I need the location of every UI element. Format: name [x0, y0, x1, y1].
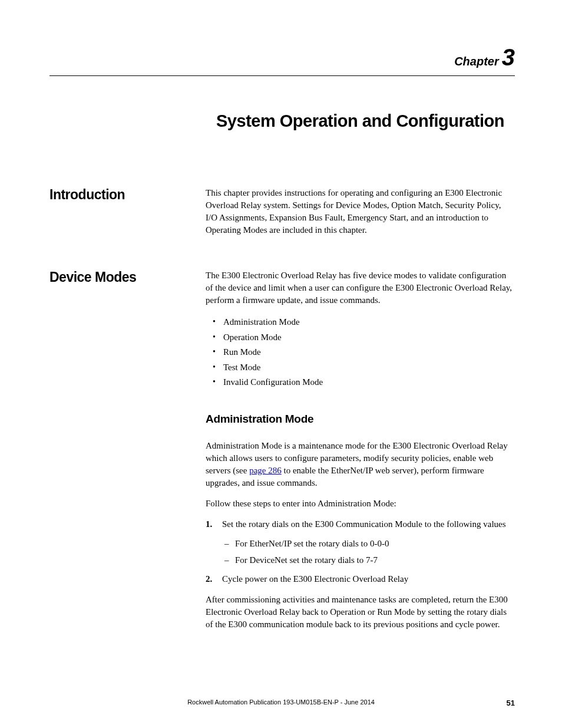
- step-item: 2. Cycle power on the E300 Electronic Ov…: [222, 573, 515, 585]
- steps-list: 1. Set the rotary dials on the E300 Comm…: [206, 518, 515, 585]
- subheading-administration-mode: Administration Mode: [206, 411, 515, 427]
- step-sublist: For EtherNet/IP set the rotary dials to …: [222, 536, 515, 567]
- section-body-device-modes: The E300 Electronic Overload Relay has f…: [206, 269, 515, 639]
- section-body-introduction: This chapter provides instructions for o…: [206, 187, 515, 245]
- step-text: Set the rotary dials on the E300 Communi…: [222, 519, 506, 529]
- step-number: 1.: [206, 518, 212, 531]
- introduction-paragraph: This chapter provides instructions for o…: [206, 187, 515, 236]
- admin-mode-paragraph-3: After commissioning activities and maint…: [206, 594, 515, 631]
- section-heading-device-modes: Device Modes: [49, 269, 206, 639]
- chapter-header: Chapter3: [49, 44, 515, 71]
- page-footer: Rockwell Automation Publication 193-UM01…: [0, 699, 562, 706]
- list-item: Run Mode: [223, 345, 515, 360]
- page-link[interactable]: page 286: [249, 466, 282, 475]
- device-modes-intro: The E300 Electronic Overload Relay has f…: [206, 269, 515, 307]
- page-number: 51: [507, 699, 515, 707]
- list-item: Administration Mode: [223, 315, 515, 330]
- substep-item: For DeviceNet set the rotary dials to 7-…: [235, 553, 515, 567]
- section-heading-introduction: Introduction: [49, 187, 206, 245]
- header-divider: [49, 75, 515, 76]
- section-device-modes: Device Modes The E300 Electronic Overloa…: [49, 269, 515, 639]
- substep-item: For EtherNet/IP set the rotary dials to …: [235, 536, 515, 551]
- page-title: System Operation and Configuration: [206, 111, 515, 131]
- section-introduction: Introduction This chapter provides instr…: [49, 187, 515, 245]
- list-item: Test Mode: [223, 360, 515, 375]
- admin-mode-paragraph-1: Administration Mode is a maintenance mod…: [206, 440, 515, 489]
- device-modes-list: Administration Mode Operation Mode Run M…: [206, 315, 515, 390]
- list-item: Invalid Configuration Mode: [223, 375, 515, 390]
- footer-text: Rockwell Automation Publication 193-UM01…: [187, 699, 375, 706]
- step-item: 1. Set the rotary dials on the E300 Comm…: [222, 518, 515, 567]
- admin-mode-paragraph-2: Follow these steps to enter into Adminis…: [206, 498, 515, 510]
- step-text: Cycle power on the E300 Electronic Overl…: [222, 574, 408, 584]
- list-item: Operation Mode: [223, 330, 515, 345]
- step-number: 2.: [206, 573, 212, 585]
- chapter-number: 3: [502, 44, 515, 70]
- chapter-label: Chapter: [454, 55, 499, 68]
